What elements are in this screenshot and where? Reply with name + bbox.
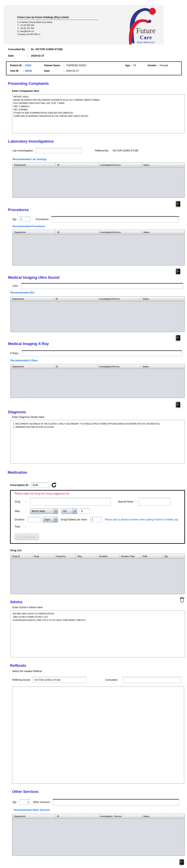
col-department: Department — [11, 364, 54, 369]
procedures-title: Procedures — [8, 208, 187, 212]
age-value: 78 — [133, 64, 136, 67]
col-frequency: Fequency — [54, 554, 76, 558]
col-id: ID — [56, 230, 99, 235]
gender-value: Female — [160, 64, 168, 67]
col-drug-id: Drug ID — [11, 554, 32, 558]
col-investigation: Investigation/Service — [98, 297, 141, 301]
company-email: E: jude@future.sc — [17, 30, 99, 33]
col-investigation: Investigation/Service — [99, 163, 142, 167]
referrals-title: Refferals — [10, 663, 187, 668]
col-way: Way — [76, 554, 98, 558]
uss-input[interactable] — [21, 283, 183, 289]
frequency-select[interactable]: OD — [61, 508, 77, 514]
colon: : — [25, 510, 30, 513]
future-care-logo: Future Care ♥ Body Mind Soul — [122, 6, 163, 44]
lab-table: Department ID Investigation/Service Stat… — [12, 162, 185, 198]
patient-row-2: Visit ID : 26646 Date : 2026-02-27 — [10, 69, 178, 72]
diagnosis-label: Enter Diagnosis Details Here — [12, 416, 187, 418]
lab-delete-button[interactable]: ↻ — [176, 201, 181, 207]
trash-icon: ↻ — [177, 337, 179, 339]
drug-list-label: Drug List — [10, 549, 187, 552]
colon: : — [158, 64, 158, 67]
drug-list-table: Drug ID Drug Fequency Way Duration Durat… — [10, 554, 185, 594]
complaints-textarea[interactable]: PATIENT SEEN. BEING REVIEWED FOR RECURRE… — [12, 94, 185, 133]
way-qty-input[interactable] — [80, 508, 90, 514]
colon: : — [64, 69, 64, 72]
other-services-input-row: Qty : Other Services : — [12, 799, 187, 805]
referrals-subtitle: Select the needed Refferal — [12, 670, 187, 673]
procedures-delete-button[interactable]: ↻ — [176, 268, 181, 275]
other-table-body — [12, 819, 184, 856]
xray-table-body — [11, 369, 184, 398]
per-meal-input[interactable] — [90, 517, 102, 522]
other-trash-row: ↻ — [0, 859, 184, 865]
xray-input[interactable] — [22, 350, 182, 356]
duration-input[interactable] — [28, 517, 41, 522]
way-label: Way — [15, 510, 25, 513]
procedures-input[interactable] — [51, 216, 179, 222]
refresh-button[interactable] — [51, 482, 57, 488]
procedures-qty-input[interactable] — [19, 217, 30, 222]
referring-doctor-input[interactable] — [33, 677, 86, 683]
xray-recommended-label: Recommended X-Rays — [10, 359, 187, 362]
add-drug-label: Add Drug — [23, 535, 35, 538]
prescription-id-input[interactable] — [31, 483, 49, 488]
uss-recommended-label: Recommended USS — [10, 291, 187, 294]
lab-table-body — [13, 167, 184, 197]
meal-time-selected: Before Meal — [30, 508, 53, 514]
consult-date-value: 2026-02-27 — [31, 54, 44, 57]
patient-info-box: Patient ID : 12891 Patient Name : THERES… — [6, 61, 182, 75]
special-notes-input[interactable] — [139, 498, 170, 505]
duration-unit-select[interactable]: Day/s — [42, 517, 58, 522]
advice-textarea[interactable]: DIETARY AND LIFESTYLE MODIFICATION TABS … — [10, 610, 185, 657]
logo-red-dot — [149, 8, 156, 15]
other-table-header: Department ID Investigation / Service St… — [12, 814, 184, 819]
drug-list-delete-button[interactable] — [179, 596, 185, 602]
add-drug-button[interactable]: + Add Drug — [15, 533, 39, 540]
meal-time-select[interactable]: Before Meal — [30, 508, 58, 514]
trash-icon: ↻ — [177, 270, 179, 273]
col-id: ID — [54, 297, 98, 301]
company-name: Future Care by Future Holdings (Pty) Lim… — [17, 16, 99, 20]
visit-date-value: 2026-02-27 — [66, 69, 79, 72]
uss-delete-button[interactable]: ↻ — [176, 335, 181, 341]
visit-date-label: Date — [44, 69, 64, 72]
procedures-table-header: Department ID Investigation/Service Stat… — [13, 230, 184, 235]
xray-table: Department ID Investigation/Service Stat… — [10, 364, 185, 398]
medication-title: Medication — [8, 470, 187, 475]
other-qty-input[interactable] — [19, 800, 30, 805]
uss-input-row: USS : — [12, 283, 187, 289]
procedures-table: Department ID Investigation/Service Stat… — [12, 230, 185, 266]
uss-trash-row: ↻ — [0, 335, 181, 341]
patient-row-1: Patient ID : 12891 Patient Name : THERES… — [10, 64, 178, 67]
colon: : — [27, 54, 31, 57]
consultant-input[interactable] — [123, 677, 181, 683]
drug-suggestion-note: Please select the Drug from Drug suggess… — [15, 492, 184, 495]
drug-list-header: Drug ID Drug Fequency Way Duration Durat… — [11, 554, 184, 559]
lab-input-label: Lab Investingation : — [12, 149, 34, 152]
col-duration-type: Duration Type — [119, 554, 141, 558]
company-address: Le Chainter,Victoria,Mahe,Seychelles — [17, 21, 99, 24]
patient-id-value: 12891 — [25, 64, 32, 67]
chevron-down-icon — [53, 517, 58, 522]
uss-table: Department ID Investigation/Service Stat… — [10, 297, 185, 332]
other-delete-button[interactable]: ↻ — [179, 859, 184, 865]
col-qty: Qty — [163, 554, 184, 558]
colon: : — [23, 69, 24, 72]
date-label: Date — [8, 54, 27, 57]
diagnosis-textarea[interactable]: 1. RECURRENT DIZZINESS IN THE ELDERLY LI… — [10, 420, 185, 464]
drug-input[interactable] — [30, 498, 111, 505]
other-services-title: Other Services — [12, 789, 187, 794]
col-status: Status — [141, 364, 184, 369]
col-status: Status — [142, 814, 184, 818]
other-services-input[interactable] — [53, 799, 179, 805]
lab-investigation-input[interactable] — [36, 148, 82, 153]
xray-delete-button[interactable]: ↻ — [176, 402, 181, 408]
logo-heart-icon: ♥ — [144, 36, 146, 39]
consultation-report-page: Future Care by Future Holdings (Pty) Lim… — [0, 0, 187, 868]
referral-list-box[interactable] — [12, 686, 184, 784]
patient-name-value: THERESE DODO — [66, 64, 86, 67]
referral-inputs-row: Reffering Doctor Consultant — [12, 677, 187, 683]
other-recommended-label: Recommended Other Services — [14, 809, 187, 811]
uss-table-body — [11, 301, 184, 332]
